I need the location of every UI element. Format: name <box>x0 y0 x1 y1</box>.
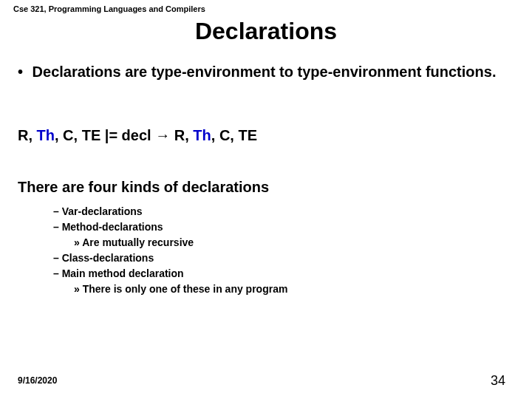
list-item: – Main method declaration <box>53 266 287 282</box>
list-subitem: » Are mutually recursive <box>53 235 287 250</box>
subheading: There are four kinds of declarations <box>18 179 269 196</box>
rule-part-r1: R, <box>18 127 37 143</box>
declaration-kinds-list: – Var-declarations – Method-declarations… <box>53 204 287 297</box>
page-number: 34 <box>491 373 505 389</box>
main-bullet: • Declarations are type-environment to t… <box>18 64 502 81</box>
rule-rest2: , C, TE <box>211 127 257 143</box>
typing-rule: R, Th, C, TE |= decl → R, Th, C, TE <box>18 127 257 144</box>
slide-date: 9/16/2020 <box>18 375 57 386</box>
bullet-dot: • <box>18 64 28 81</box>
course-header: Cse 321, Programming Languages and Compi… <box>13 4 205 13</box>
list-item: – Class-declarations <box>53 250 287 266</box>
list-subitem: » There is only one of these in any prog… <box>53 282 287 297</box>
bullet-text: Declarations are type-environment to typ… <box>33 64 497 80</box>
rule-th2: Th <box>193 127 211 143</box>
list-item: – Var-declarations <box>53 204 287 219</box>
rule-arrow: → <box>155 127 170 143</box>
slide-title: Declarations <box>0 18 532 45</box>
rule-gap: R, <box>170 127 193 143</box>
rule-rest1: , C, TE |= decl <box>55 127 155 143</box>
rule-th1: Th <box>37 127 55 143</box>
list-item: – Method-declarations <box>53 219 287 235</box>
